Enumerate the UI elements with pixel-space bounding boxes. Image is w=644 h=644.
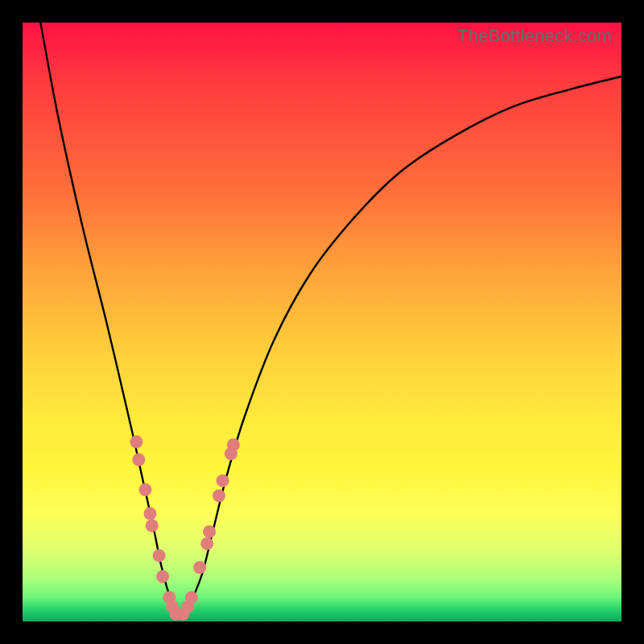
data-markers — [130, 436, 240, 621]
data-marker — [217, 474, 229, 487]
data-marker — [203, 525, 216, 538]
data-marker — [144, 507, 157, 520]
data-marker — [153, 549, 166, 562]
data-marker — [132, 453, 145, 466]
data-marker — [227, 439, 240, 452]
data-marker — [200, 537, 213, 550]
chart-svg — [23, 23, 621, 621]
data-marker — [185, 591, 198, 604]
data-marker — [130, 436, 142, 448]
chart-plot-area: TheBottleneck.com — [23, 23, 621, 621]
data-marker — [213, 489, 225, 502]
data-marker — [193, 561, 206, 574]
data-marker — [139, 483, 152, 496]
bottleneck-curve — [40, 23, 621, 617]
data-marker — [156, 570, 169, 583]
data-marker — [146, 519, 159, 532]
